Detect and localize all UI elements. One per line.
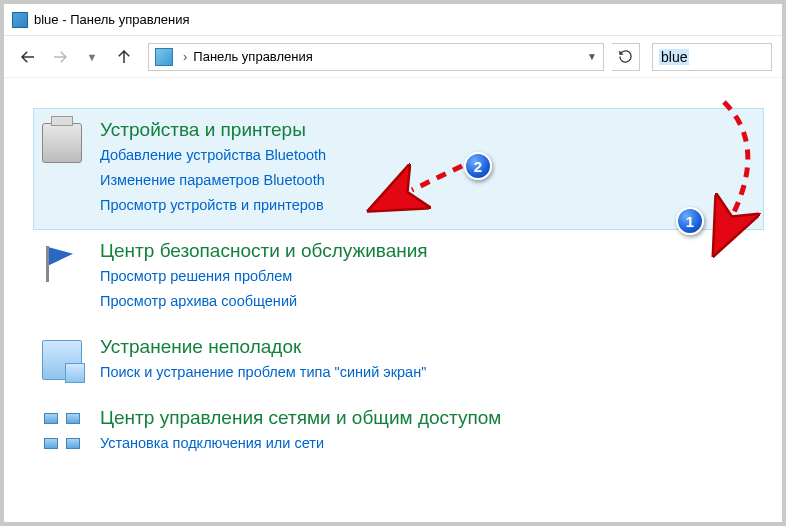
refresh-icon	[618, 49, 633, 64]
link-setup-connection[interactable]: Установка подключения или сети	[100, 433, 764, 455]
link-add-bluetooth[interactable]: Добавление устройства Bluetooth	[100, 145, 755, 167]
link-bluescreen[interactable]: Поиск и устранение проблем типа "синий э…	[100, 362, 764, 384]
network-icon	[42, 411, 82, 451]
troubleshoot-icon	[42, 340, 82, 380]
up-button[interactable]	[110, 43, 138, 71]
address-bar[interactable]: › Панель управления ▼	[148, 43, 604, 71]
refresh-button[interactable]	[612, 43, 640, 71]
link-view-devices[interactable]: Просмотр устройств и принтеров	[100, 195, 755, 217]
result-title[interactable]: Центр безопасности и обслуживания	[100, 240, 764, 262]
link-view-archive[interactable]: Просмотр архива сообщений	[100, 291, 764, 313]
result-title[interactable]: Устройства и принтеры	[100, 119, 755, 141]
result-network-center[interactable]: Центр управления сетями и общим доступом…	[34, 397, 772, 468]
result-devices-printers[interactable]: Устройства и принтеры Добавление устройс…	[33, 108, 764, 230]
arrow-left-icon	[19, 48, 37, 66]
result-security-center[interactable]: Центр безопасности и обслуживания Просмо…	[34, 230, 772, 326]
chevron-down-icon[interactable]: ▼	[587, 51, 597, 62]
result-title[interactable]: Центр управления сетями и общим доступом	[100, 407, 764, 429]
breadcrumb-separator-icon: ›	[183, 49, 187, 64]
arrow-up-icon	[115, 48, 133, 66]
flag-icon	[42, 244, 82, 284]
arrow-right-icon	[51, 48, 69, 66]
link-change-bluetooth[interactable]: Изменение параметров Bluetooth	[100, 170, 755, 192]
navigation-bar: ▼ › Панель управления ▼ blue	[4, 36, 782, 78]
back-button[interactable]	[14, 43, 42, 71]
breadcrumb-item[interactable]: Панель управления	[193, 49, 312, 64]
result-title[interactable]: Устранение неполадок	[100, 336, 764, 358]
search-query-text: blue	[659, 49, 689, 65]
search-results: Устройства и принтеры Добавление устройс…	[4, 78, 782, 477]
link-view-solutions[interactable]: Просмотр решения проблем	[100, 266, 764, 288]
control-panel-icon	[155, 48, 173, 66]
forward-button[interactable]	[46, 43, 74, 71]
result-troubleshooting[interactable]: Устранение неполадок Поиск и устранение …	[34, 326, 772, 397]
window-title: blue - Панель управления	[34, 12, 190, 27]
printer-icon	[42, 123, 82, 163]
recent-dropdown[interactable]: ▼	[78, 43, 106, 71]
search-input[interactable]: blue	[652, 43, 772, 71]
control-panel-icon	[12, 12, 28, 28]
window-titlebar: blue - Панель управления	[4, 4, 782, 36]
